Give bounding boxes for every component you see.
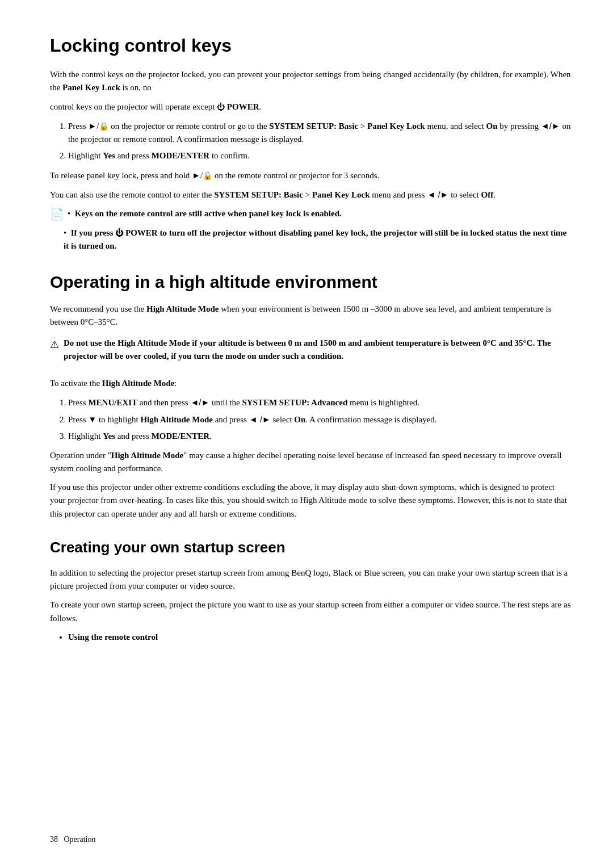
activate-text: To activate the High Altitude Mode: <box>50 377 572 390</box>
note-1-text: • Keys on the remote control are still a… <box>68 207 342 220</box>
note-icon: 📄 <box>50 207 64 221</box>
altitude-step-3: Highlight Yes and press MODE/ENTER. <box>68 430 572 443</box>
step-2: Highlight Yes and press MODE/ENTER to co… <box>68 149 572 162</box>
altitude-step-2: Press ▼ to highlight High Altitude Mode … <box>68 413 572 426</box>
page-footer: 38 Operation <box>50 833 95 845</box>
operation-para-2: If you use this projector under other ex… <box>50 481 572 521</box>
note-1-box: 📄 • Keys on the remote control are still… <box>50 207 572 221</box>
also-text: You can also use the remote control to e… <box>50 188 572 202</box>
warning-icon: ⚠ <box>50 337 59 353</box>
section-locking-control-keys: Locking control keys With the control ke… <box>50 32 572 253</box>
operation-para-1: Operation under "High Altitude Mode" may… <box>50 449 572 476</box>
section-startup-screen: Creating your own startup screen In addi… <box>50 536 572 644</box>
note-2-box: • If you press ⏻ POWER to turn off the p… <box>64 227 572 253</box>
section-high-altitude: Operating in a high altitude environment… <box>50 269 572 521</box>
altitude-intro: We recommend you use the High Altitude M… <box>50 303 572 329</box>
startup-bullet-remote: Using the remote control <box>68 631 572 644</box>
locking-steps-list: Press ►/🔒 on the projector or remote con… <box>68 119 572 163</box>
altitude-step-1: Press MENU/EXIT and then press ◄/► until… <box>68 396 572 409</box>
section-label: Operation <box>64 835 96 844</box>
intro-paragraph-1: With the control keys on the projector l… <box>50 68 572 95</box>
page-content: Locking control keys With the control ke… <box>50 32 572 644</box>
startup-intro-2: To create your own startup screen, proje… <box>50 598 572 625</box>
section-title-startup: Creating your own startup screen <box>50 536 572 559</box>
intro-paragraph-2: control keys on the projector will opera… <box>50 100 572 114</box>
warning-text: Do not use the High Altitude Mode if you… <box>64 337 572 363</box>
startup-bullet-list: Using the remote control <box>68 631 572 644</box>
release-text: To release panel key lock, press and hol… <box>50 169 572 182</box>
section-title-altitude: Operating in a high altitude environment <box>50 269 572 295</box>
step-1: Press ►/🔒 on the projector or remote con… <box>68 119 572 146</box>
page-number: 38 <box>50 835 58 844</box>
warning-box: ⚠ Do not use the High Altitude Mode if y… <box>50 337 572 369</box>
section-title-locking: Locking control keys <box>50 32 572 59</box>
note-2-text: • If you press ⏻ POWER to turn off the p… <box>64 227 572 253</box>
altitude-steps-list: Press MENU/EXIT and then press ◄/► until… <box>68 396 572 443</box>
startup-intro-1: In addition to selecting the projector p… <box>50 567 572 593</box>
